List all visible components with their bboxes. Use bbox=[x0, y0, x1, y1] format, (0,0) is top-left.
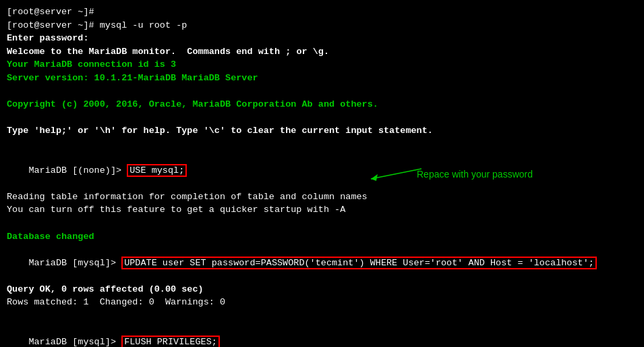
terminal-line bbox=[7, 84, 637, 98]
terminal-line: Copyright (c) 2000, 2016, Oracle, MariaD… bbox=[7, 98, 637, 111]
prompt: MariaDB [mysql]> bbox=[28, 337, 121, 347]
terminal-line: [root@server ~]# mysql -u root -p bbox=[7, 19, 637, 32]
terminal-line: Enter password: bbox=[7, 32, 637, 45]
terminal-line: MariaDB [(none)]> USE mysql; bbox=[7, 151, 637, 190]
line-text: Rows matched: 1 Changed: 0 Warnings: 0 bbox=[7, 297, 225, 307]
line-text: Type 'help;' or '\h' for help. Type '\c'… bbox=[7, 126, 433, 136]
terminal-line: Database changed bbox=[7, 230, 637, 244]
terminal-line: Rows matched: 1 Changed: 0 Warnings: 0 bbox=[7, 296, 637, 309]
terminal-line: Type 'help;' or '\h' for help. Type '\c'… bbox=[7, 124, 637, 138]
line-text: [root@server ~]# bbox=[7, 7, 94, 17]
terminal-line bbox=[7, 217, 637, 230]
terminal-line: Your MariaDB connection id is 3 bbox=[7, 58, 637, 72]
terminal-line bbox=[7, 138, 637, 151]
use-mysql-command: USE mysql; bbox=[127, 164, 187, 177]
line-text: Copyright (c) 2000, 2016, Oracle, MariaD… bbox=[7, 99, 378, 109]
prompt: MariaDB [(none)]> bbox=[28, 165, 127, 176]
terminal-line: [root@server ~]# bbox=[7, 5, 637, 19]
line-text: [root@server ~]# mysql -u root -p bbox=[7, 20, 187, 30]
line-text: Query OK, 0 rows affected (0.00 sec) bbox=[7, 284, 204, 294]
or-text: or bbox=[296, 47, 307, 57]
terminal-line bbox=[7, 309, 637, 323]
prompt: MariaDB [mysql]> bbox=[28, 258, 121, 268]
update-command: UPDATE user SET password=PASSWORD('tecmi… bbox=[121, 257, 597, 269]
line-text: Welcome to the MariaDB monitor. Commands… bbox=[7, 47, 329, 57]
terminal-line: MariaDB [mysql]> UPDATE user SET passwor… bbox=[7, 243, 637, 283]
terminal: [root@server ~]# [root@server ~]# mysql … bbox=[0, 0, 644, 347]
terminal-line: You can turn off this feature to get a q… bbox=[7, 203, 637, 217]
line-text: Your MariaDB connection id is 3 bbox=[7, 59, 176, 70]
terminal-line: Welcome to the MariaDB monitor. Commands… bbox=[7, 45, 637, 59]
flush-command: FLUSH PRIVILEGES; bbox=[121, 336, 220, 347]
line-text: Reading table information for completion… bbox=[7, 192, 368, 202]
terminal-line: MariaDB [mysql]> FLUSH PRIVILEGES; bbox=[7, 323, 637, 348]
annotation-text: Repace with your password bbox=[417, 167, 533, 181]
terminal-line: Query OK, 0 rows affected (0.00 sec) bbox=[7, 283, 637, 296]
terminal-line: Server version: 10.1.21-MariaDB MariaDB … bbox=[7, 72, 637, 85]
line-text: You can turn off this feature to get a q… bbox=[7, 205, 345, 215]
terminal-line bbox=[7, 111, 637, 125]
line-text: Enter password: bbox=[7, 33, 89, 43]
terminal-line: Reading table information for completion… bbox=[7, 190, 637, 204]
line-text: Database changed bbox=[7, 232, 94, 242]
line-text: Server version: 10.1.21-MariaDB MariaDB … bbox=[7, 73, 258, 83]
